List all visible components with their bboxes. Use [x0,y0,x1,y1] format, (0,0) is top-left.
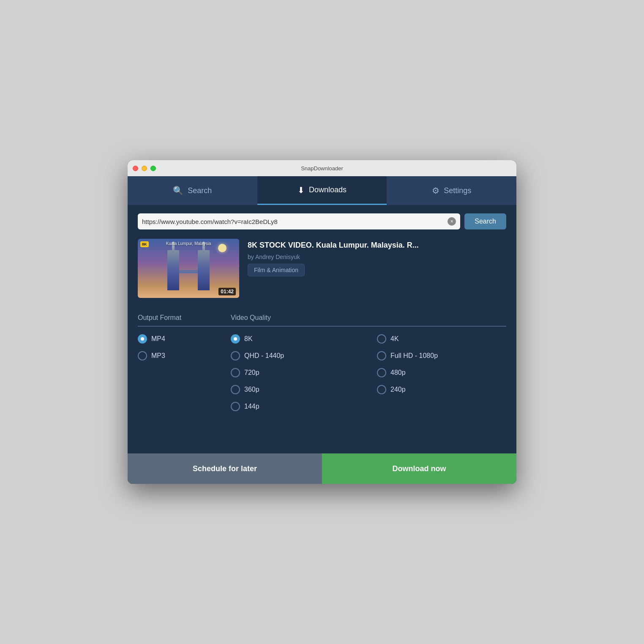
downloads-tab-icon: ⬇ [297,185,305,195]
240p-label: 240p [390,386,406,393]
tab-search[interactable]: 🔍 Search [128,176,257,205]
settings-tab-label: Settings [444,186,471,195]
quality-720p[interactable]: 720p [231,368,360,377]
minimize-button[interactable] [142,166,147,171]
mp4-label: MP4 [151,335,165,343]
video-thumbnail: 8K Kuala Lumpur, Malaysia 01:42 [138,239,239,298]
quality-360p[interactable]: 360p [231,385,360,394]
mp4-radio[interactable] [138,334,147,344]
quality-480p[interactable]: 480p [377,368,506,377]
quality-divider [231,326,506,327]
petronas-towers [163,248,214,290]
close-button[interactable] [133,166,138,171]
tower-left [167,250,179,290]
search-bar: × Search [138,213,506,229]
video-category: Film & Animation [248,264,305,276]
480p-label: 480p [390,369,406,377]
format-radio-group: MP4 MP3 [138,334,231,360]
8k-radio[interactable] [231,334,240,344]
144p-radio[interactable] [231,402,240,411]
spacer [138,411,506,445]
240p-radio[interactable] [377,385,386,394]
format-divider [138,326,231,327]
url-input[interactable] [142,214,448,229]
720p-radio[interactable] [231,368,240,377]
video-location: Kuala Lumpur, Malaysia [138,241,239,246]
mp3-radio[interactable] [138,351,147,360]
video-details: 8K STOCK VIDEO. Kuala Lumpur. Malaysia. … [248,239,419,298]
8k-label: 8K [244,335,253,343]
quality-4k[interactable]: 4K [377,334,506,344]
settings-tab-icon: ⚙ [432,186,439,196]
search-button[interactable]: Search [464,213,506,229]
format-column: Output Format MP4 MP3 [138,314,231,411]
quality-col1: 8K QHD - 1440p 720p [231,334,360,411]
144p-label: 144p [244,403,259,410]
clear-button[interactable]: × [448,217,456,226]
traffic-lights [133,166,156,171]
schedule-button[interactable]: Schedule for later [128,453,322,484]
download-button[interactable]: Download now [322,453,516,484]
format-mp3[interactable]: MP3 [138,351,231,360]
bottom-bar: Schedule for later Download now [128,453,516,484]
tab-downloads[interactable]: ⬇ Downloads [257,176,387,205]
360p-radio[interactable] [231,385,240,394]
quality-240p[interactable]: 240p [377,385,506,394]
main-content: × Search 8K Kuala Lumpur, Malaysia 01:42 [128,205,516,453]
quality-144p[interactable]: 144p [231,402,360,411]
4k-radio[interactable] [377,334,386,344]
quality-col2: 4K Full HD - 1080p 480p [377,334,506,411]
quality-group-col1: 8K QHD - 1440p 720p [231,334,360,411]
tab-bar: 🔍 Search ⬇ Downloads ⚙ Settings [128,176,516,205]
480p-radio[interactable] [377,368,386,377]
quality-group-col2: 4K Full HD - 1080p 480p [377,334,506,394]
quality-grid: 8K QHD - 1440p 720p [231,334,506,411]
4k-label: 4K [390,335,399,343]
options-row: Output Format MP4 MP3 [138,314,506,411]
search-tab-icon: 🔍 [173,186,183,196]
quality-qhd[interactable]: QHD - 1440p [231,351,360,360]
downloads-tab-label: Downloads [309,186,347,194]
1080p-radio[interactable] [377,351,386,360]
format-mp4[interactable]: MP4 [138,334,231,344]
window-title: SnapDownloader [301,165,343,172]
url-input-wrapper: × [138,213,460,229]
quality-8k[interactable]: 8K [231,334,360,344]
tower-right [198,250,210,290]
maximize-button[interactable] [150,166,156,171]
search-tab-label: Search [188,186,212,195]
qhd-label: QHD - 1440p [244,352,284,360]
mp3-label: MP3 [151,352,165,360]
video-info: 8K Kuala Lumpur, Malaysia 01:42 8K STOCK… [138,239,506,298]
options-section: Output Format MP4 MP3 [138,310,506,411]
360p-label: 360p [244,386,259,393]
tab-settings[interactable]: ⚙ Settings [387,176,516,205]
app-window: SnapDownloader 🔍 Search ⬇ Downloads ⚙ Se… [128,160,516,484]
720p-label: 720p [244,369,259,377]
format-label: Output Format [138,314,231,322]
qhd-radio[interactable] [231,351,240,360]
bridge [179,270,198,273]
video-title: 8K STOCK VIDEO. Kuala Lumpur. Malaysia. … [248,240,419,250]
video-duration: 01:42 [218,288,236,295]
quality-1080p[interactable]: Full HD - 1080p [377,351,506,360]
video-author: by Andrey Denisyuk [248,254,419,260]
1080p-label: Full HD - 1080p [390,352,438,360]
title-bar: SnapDownloader [128,160,516,176]
quality-column: Video Quality 8K [231,314,506,411]
quality-label: Video Quality [231,314,506,322]
